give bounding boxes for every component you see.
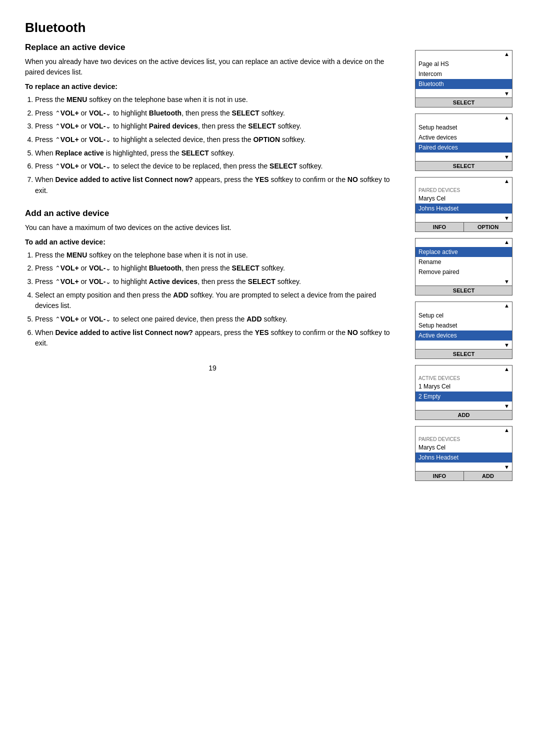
screen-body: Setup celSetup headsetActive devices <box>416 308 512 342</box>
screen-section-header: PAIRED DEVICES <box>416 435 512 442</box>
screen-body: PAIRED DEVICESMarys CelJohns Headset <box>416 433 512 464</box>
step: When Device added to active list Connect… <box>35 328 400 349</box>
softkey-add[interactable]: ADD <box>416 410 512 420</box>
page-number: 19 <box>25 364 400 372</box>
screen-body: Setup headsetActive devicesPaired device… <box>416 120 512 154</box>
phone-screen-3: ▲PAIRED DEVICESMarys CelJohns Headset▼IN… <box>415 177 512 232</box>
section-add-intro: You can have a maximum of two devices on… <box>25 222 400 233</box>
phone-screen-4: ▲Replace activeRenameRemove paired▼SELEC… <box>415 238 512 296</box>
softkey-select[interactable]: SELECT <box>416 286 512 295</box>
softkey-bar: SELECT <box>416 98 512 107</box>
softkey-select[interactable]: SELECT <box>416 350 512 358</box>
scroll-down-arrow: ▼ <box>416 464 512 471</box>
scroll-up-arrow: ▲ <box>416 178 512 184</box>
softkey-bar: ADD <box>416 410 512 420</box>
section-replace-subheading: To replace an active device: <box>25 82 400 90</box>
step: Press ⌃VOL+ or VOL-⌄ to highlight Blueto… <box>35 263 400 274</box>
screen-menu-item: 2 Empty <box>416 392 512 402</box>
screen-body: ACTIVE DEVICES1 Marys Cel2 Empty <box>416 372 512 404</box>
section-replace-heading: Replace an active device <box>25 42 400 52</box>
screens-column: ▲Page al HSIntercomBluetooth▼SELECT▲Setu… <box>415 20 515 736</box>
softkey-bar: INFOOPTION <box>416 222 512 232</box>
phone-screen-6: ▲ACTIVE DEVICES1 Marys Cel2 Empty▼ADD <box>415 365 512 420</box>
softkey-add[interactable]: ADD <box>464 472 512 480</box>
scroll-down-arrow: ▼ <box>416 91 512 98</box>
step: Press ⌃VOL+ or VOL-⌄ to highlight a sele… <box>35 134 400 146</box>
scroll-up-arrow: ▲ <box>416 238 512 245</box>
screen-menu-item: Active devices <box>416 330 512 340</box>
softkey-info[interactable]: INFO <box>416 222 464 232</box>
step: Press ⌃VOL+ or VOL-⌄ to highlight Active… <box>35 276 400 288</box>
step: When Replace active is highlighted, pres… <box>35 148 400 159</box>
scroll-up-arrow: ▲ <box>416 114 512 120</box>
phone-screen-2: ▲Setup headsetActive devicesPaired devic… <box>415 114 512 171</box>
softkey-option[interactable]: OPTION <box>464 222 512 232</box>
phone-screen-7: ▲PAIRED DEVICESMarys CelJohns Headset▼IN… <box>415 426 512 481</box>
screen-menu-item: Page al HS <box>416 59 512 69</box>
section-add-subheading: To add an active device: <box>25 238 400 246</box>
screen-menu-item: 1 Marys Cel <box>416 382 512 392</box>
scroll-down-arrow: ▼ <box>416 154 512 161</box>
step: Press ⌃VOL+ or VOL-⌄ to select the devic… <box>35 161 400 172</box>
softkey-bar: SELECT <box>416 286 512 295</box>
section-add: Add an active device You can have a maxi… <box>25 208 400 350</box>
scroll-up-arrow: ▲ <box>416 50 512 57</box>
screen-menu-item: Paired devices <box>416 142 512 152</box>
section-add-heading: Add an active device <box>25 208 400 218</box>
screen-body: Page al HSIntercomBluetooth <box>416 57 512 91</box>
section-add-steps: Press the MENU softkey on the telephone … <box>35 250 400 350</box>
softkey-select[interactable]: SELECT <box>416 98 512 107</box>
softkey-info[interactable]: INFO <box>416 472 464 480</box>
screen-menu-item: Johns Headset <box>416 452 512 462</box>
step: Select an empty position and then press … <box>35 290 400 312</box>
screen-menu-item: Setup headset <box>416 122 512 132</box>
screen-menu-item: Active devices <box>416 132 512 142</box>
step: Press the MENU softkey on the telephone … <box>35 250 400 261</box>
scroll-down-arrow: ▼ <box>416 342 512 349</box>
step: Press ⌃VOL+ or VOL-⌄ to select one paire… <box>35 314 400 325</box>
screen-menu-item: Marys Cel <box>416 442 512 452</box>
softkey-bar: SELECT <box>416 349 512 358</box>
step: Press the MENU softkey on the telephone … <box>35 94 400 106</box>
step: When Device added to active list Connect… <box>35 174 400 196</box>
screen-body: Replace activeRenameRemove paired <box>416 245 512 279</box>
scroll-up-arrow: ▲ <box>416 426 512 433</box>
section-replace-intro: When you already have two devices on the… <box>25 56 400 78</box>
scroll-up-arrow: ▲ <box>416 366 512 372</box>
softkey-bar: SELECT <box>416 161 512 170</box>
softkey-select[interactable]: SELECT <box>416 162 512 170</box>
screen-menu-item: Setup cel <box>416 310 512 320</box>
softkey-bar: INFOADD <box>416 471 512 480</box>
screen-menu-item: Setup headset <box>416 320 512 330</box>
scroll-down-arrow: ▼ <box>416 279 512 286</box>
screen-menu-item: Rename <box>416 257 512 267</box>
page-title: Bluetooth <box>25 20 400 36</box>
scroll-up-arrow: ▲ <box>416 302 512 308</box>
scroll-down-arrow: ▼ <box>416 216 512 222</box>
phone-screen-1: ▲Page al HSIntercomBluetooth▼SELECT <box>415 50 512 108</box>
screen-section-header: PAIRED DEVICES <box>416 186 512 194</box>
step: Press ⌃VOL+ or VOL-⌄ to highlight Paired… <box>35 121 400 132</box>
screen-menu-item: Replace active <box>416 247 512 257</box>
main-content: Bluetooth Replace an active device When … <box>25 20 415 736</box>
screen-menu-item: Remove paired <box>416 267 512 277</box>
section-replace-steps: Press the MENU softkey on the telephone … <box>35 94 400 196</box>
scroll-down-arrow: ▼ <box>416 404 512 410</box>
section-replace: Replace an active device When you alread… <box>25 42 400 196</box>
step: Press ⌃VOL+ or VOL-⌄ to highlight Blueto… <box>35 108 400 119</box>
screen-menu-item: Marys Cel <box>416 194 512 204</box>
phone-screen-5: ▲Setup celSetup headsetActive devices▼SE… <box>415 302 512 359</box>
screen-menu-item: Bluetooth <box>416 79 512 89</box>
screen-body: PAIRED DEVICESMarys CelJohns Headset <box>416 184 512 216</box>
screen-menu-item: Intercom <box>416 69 512 79</box>
screen-menu-item: Johns Headset <box>416 204 512 214</box>
screen-section-header: ACTIVE DEVICES <box>416 374 512 382</box>
